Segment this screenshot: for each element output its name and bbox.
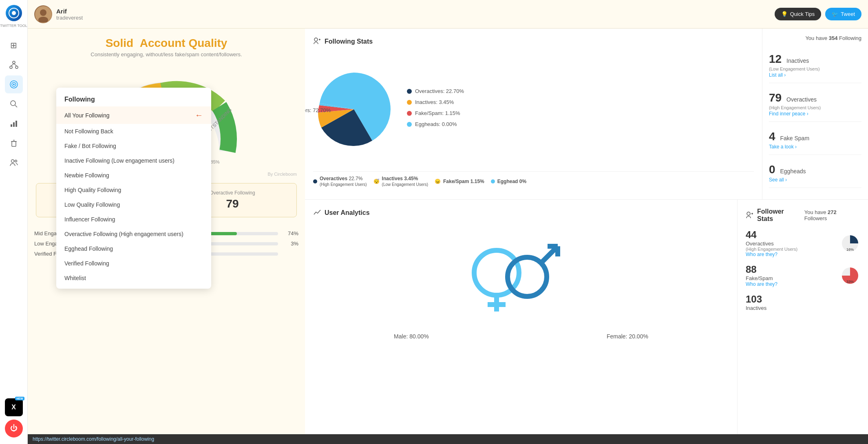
- pie-legend: Overactives: 22.70% Inactives: 3.45% Fak…: [407, 88, 754, 132]
- dropdown-item-fakebot[interactable]: Fake / Bot Following: [56, 139, 211, 153]
- svg-point-4: [15, 66, 18, 68]
- bottom-legend: Overactives 22.7% (High Engagement Users…: [313, 171, 754, 191]
- overactives-legend-text: Overactives: 22.70%: [415, 88, 464, 94]
- pie-container: Social Savvy Users: 72.70%: [313, 53, 754, 167]
- follower-stat-overactives: 44 Overactives (High Engagement Users) W…: [746, 229, 860, 257]
- avatar: [34, 5, 52, 23]
- female-pct-label: Female: 20.00%: [607, 333, 648, 340]
- quick-tips-button[interactable]: 💡 Quick Tips: [775, 8, 822, 20]
- chip-inactives-text: Inactives 3.45% (Low Engagement Users): [382, 176, 428, 187]
- take-a-look-link[interactable]: Take a look ›: [769, 144, 861, 150]
- inactives-legend-text: Inactives: 3.45%: [415, 99, 454, 105]
- analytics-icon[interactable]: [5, 115, 23, 133]
- legend-fakespam: Fake/Spam: 1.15%: [407, 110, 754, 116]
- following-stats-title-row: Following Stats: [313, 37, 754, 46]
- chip-fakespam-text: Fake/Spam 1.15%: [443, 179, 484, 184]
- chip-egghead-text: Egghead 0%: [497, 179, 526, 184]
- following-stats-section: Following Stats Social Savvy Users: 72.7…: [305, 29, 868, 200]
- arrow-icon: ←: [195, 110, 203, 120]
- following-stats-icon: [313, 37, 321, 46]
- dashboard-icon[interactable]: ⊞: [5, 36, 23, 54]
- fakespam-emoji: 😠: [435, 179, 441, 184]
- fakespam-who-link[interactable]: Who are they?: [746, 281, 777, 287]
- dropdown-item-egghead[interactable]: Egghead Following: [56, 241, 211, 256]
- top-panel: Arif tradeverest 💡 Quick Tips 🐦 Tweet: [28, 0, 868, 29]
- follower-stats-title-row: Follower Stats You have 272 Followers: [746, 208, 860, 223]
- sidebar: TWITTER TOOL ⊞: [0, 0, 28, 444]
- svg-point-39: [508, 257, 547, 296]
- gender-labels: Male: 80.00% Female: 20.00%: [313, 333, 729, 340]
- male-pct-label: Male: 80.00%: [394, 333, 429, 340]
- app-logo[interactable]: [6, 5, 22, 21]
- follower-stats-icon: [746, 211, 754, 220]
- x-button[interactable]: X NEW: [5, 398, 23, 416]
- svg-point-3: [10, 66, 12, 68]
- chip-overactives-dot: [313, 179, 317, 183]
- dropdown-item-inactive[interactable]: Inactive Following (Low engagement users…: [56, 153, 211, 168]
- user-analytics-title-row: User Analytics: [313, 208, 729, 217]
- user-handle: tradeverest: [56, 15, 775, 21]
- follower-stat-inactives: 103 Inactives: [746, 294, 860, 311]
- target-icon[interactable]: [5, 75, 23, 93]
- side-stat-eggheads: 0 Eggheads See all ›: [769, 158, 861, 188]
- dropdown-item-verified[interactable]: Verified Following: [56, 256, 211, 271]
- follower-count-header: You have 272 Followers: [804, 209, 860, 221]
- svg-rect-14: [15, 121, 17, 127]
- side-stat-overactives: 79 Overactives (High Engagement Users) F…: [769, 86, 861, 122]
- dropdown-item-notfollowing[interactable]: Not Following Back: [56, 124, 211, 139]
- svg-rect-13: [13, 122, 15, 127]
- user-analytics-title: User Analytics: [325, 209, 370, 216]
- overactives-mini-pie: 16%: [840, 234, 860, 253]
- svg-line-6: [14, 64, 17, 66]
- inactives-emoji: 😴: [373, 179, 380, 184]
- dropdown-item-overactive[interactable]: Overactive Following (High engagement us…: [56, 227, 211, 241]
- dropdown-item-lowquality[interactable]: Low Quality Following: [56, 197, 211, 212]
- pie-wrapper: Social Savvy Users: 72.70%: [313, 68, 395, 151]
- follower-stats-section: Follower Stats You have 272 Followers 44…: [738, 200, 868, 434]
- dropdown-item-highquality[interactable]: High Quality Following: [56, 183, 211, 197]
- account-quality-title: Solid Account Quality: [36, 37, 297, 50]
- svg-point-18: [11, 159, 14, 162]
- chip-overactives-text: Overactives 22.7% (High Engagement Users…: [320, 176, 367, 187]
- analytics-icon: [313, 208, 321, 217]
- bar-pct-mid: 74%: [282, 230, 298, 236]
- account-quality-subtitle: Consistently engaging, without/less fake…: [36, 51, 297, 57]
- dropdown-item-all[interactable]: All Your Following ←: [56, 106, 211, 124]
- svg-line-11: [15, 105, 17, 107]
- search-icon[interactable]: [5, 95, 23, 113]
- svg-point-1: [12, 11, 16, 15]
- twitter-icon: 🐦: [832, 11, 838, 17]
- tweet-button[interactable]: 🐦 Tweet: [825, 8, 861, 20]
- user-info: Arif tradeverest: [56, 8, 775, 21]
- chip-fakespam: 😠 Fake/Spam 1.15%: [435, 176, 484, 187]
- svg-point-19: [15, 160, 17, 162]
- network-icon[interactable]: [5, 56, 23, 74]
- dropdown-item-newbie[interactable]: Newbie Following: [56, 168, 211, 183]
- svg-point-9: [13, 84, 15, 85]
- lightbulb-icon: 💡: [781, 11, 788, 17]
- dropdown-item-influencer[interactable]: Influencer Following: [56, 212, 211, 227]
- eggheads-dot: [407, 122, 412, 127]
- overactives-who-link[interactable]: Who are they?: [746, 252, 797, 257]
- top-actions: 💡 Quick Tips 🐦 Tweet: [775, 8, 861, 20]
- trash-icon[interactable]: [5, 134, 23, 152]
- chip-egghead: Egghead 0%: [491, 176, 526, 187]
- side-stat-inactives: 12 Inactives (Low Engagement Users) List…: [769, 48, 861, 83]
- power-icon[interactable]: ⏻: [5, 420, 23, 437]
- side-stat-fakespam: 4 Fake Spam Take a look ›: [769, 125, 861, 155]
- fakespam-mini-pie: 33%: [840, 266, 860, 285]
- svg-point-21: [40, 9, 46, 16]
- app-label: TWITTER TOOL: [0, 24, 27, 28]
- users-icon[interactable]: [5, 154, 23, 172]
- following-chart-area: Following Stats Social Savvy Users: 72.7…: [305, 29, 762, 199]
- overactives-dot: [407, 89, 412, 94]
- dropdown-header: Following: [56, 91, 211, 106]
- user-analytics-section: User Analytics: [305, 200, 738, 434]
- bottom-sections: User Analytics: [305, 200, 868, 434]
- see-all-link[interactable]: See all ›: [769, 177, 861, 183]
- legend-eggheads: Eggheads: 0.00%: [407, 121, 754, 127]
- find-inner-peace-link[interactable]: Find inner peace ›: [769, 111, 861, 117]
- following-side-stats: You have 354 Following 12 Inactives (Low…: [762, 29, 868, 199]
- dropdown-item-whitelist[interactable]: Whitelist: [56, 271, 211, 285]
- list-all-link[interactable]: List all ›: [769, 72, 861, 78]
